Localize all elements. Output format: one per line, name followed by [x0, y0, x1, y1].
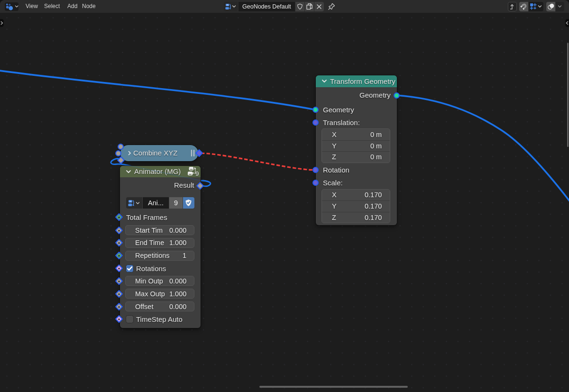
output-row-result: Result: [120, 181, 201, 190]
output-geometry-label: Geometry: [359, 91, 391, 99]
field-label: Z: [332, 153, 336, 161]
scale-y-field[interactable]: Y 0.170: [322, 201, 390, 212]
socket-input-rotation[interactable]: [312, 167, 319, 173]
field-label: Z: [332, 214, 336, 221]
parent-tree-button[interactable]: [508, 2, 517, 11]
overlays-toggle-button[interactable]: [546, 2, 555, 11]
output-row-geometry: Geometry: [316, 91, 397, 100]
sidebar-toggle-tab[interactable]: [565, 19, 569, 27]
fake-user-shield-button[interactable]: [183, 197, 194, 209]
close-icon: [316, 4, 322, 9]
socket-input-geometry[interactable]: [312, 107, 319, 113]
snap-mode-dropdown[interactable]: [529, 2, 543, 11]
timestep-auto-checkbox[interactable]: [126, 315, 134, 323]
collapse-chevron-icon[interactable]: [125, 168, 132, 175]
menu-view[interactable]: View: [21, 0, 42, 13]
field-value: 0 m: [370, 131, 382, 138]
node-group-users-button[interactable]: 9: [169, 197, 183, 209]
chevron-down-icon: [15, 4, 18, 9]
pin-button[interactable]: [327, 1, 336, 11]
blender-node-editor: Transform Geometry Geometry Geometry Tra…: [0, 0, 569, 392]
field-value: 1.000: [169, 290, 186, 298]
chevron-right-icon: [0, 20, 4, 26]
geometry-nodes-editor-icon: [5, 2, 15, 11]
rotations-label: Rotations: [136, 264, 166, 273]
chevron-down-icon: [538, 4, 542, 9]
node-transform-header[interactable]: Transform Geometry: [316, 75, 397, 87]
editor-type-button[interactable]: [5, 2, 18, 11]
field-label: Max Outp: [135, 290, 165, 298]
scale-x-field[interactable]: X 0.170: [322, 190, 390, 201]
snap-grid-icon: [530, 3, 537, 10]
offset-field[interactable]: Offset 0.000: [125, 301, 194, 311]
check-icon: [126, 265, 133, 272]
nodetree-icon: [225, 3, 232, 10]
fake-user-button[interactable]: [295, 2, 304, 11]
node-group-browse-button[interactable]: [126, 197, 142, 209]
input-translation-label: Translation:: [323, 119, 360, 127]
magnet-icon: [520, 2, 528, 10]
horizontal-scrollbar[interactable]: [259, 386, 408, 388]
chevron-down-icon: [558, 4, 562, 9]
field-value: 0.000: [169, 277, 186, 285]
field-value: 1: [183, 252, 186, 259]
field-label: Start Tim: [135, 227, 163, 234]
translation-x-field[interactable]: X 0 m: [322, 129, 390, 140]
vertical-scrollbar[interactable]: [567, 43, 569, 147]
field-label: Repetitions: [135, 252, 170, 259]
field-value: 0.170: [365, 202, 382, 210]
node-transform-geometry[interactable]: Transform Geometry Geometry Geometry Tra…: [316, 75, 397, 225]
rotations-checkbox[interactable]: [126, 264, 134, 273]
field-value: 0 m: [370, 153, 382, 161]
output-result-label: Result: [174, 181, 194, 189]
start-time-field[interactable]: Start Tim 0.000: [125, 225, 194, 235]
snap-toggle-button[interactable]: [519, 2, 529, 11]
node-combine-xyz[interactable]: Combine XYZ: [120, 145, 198, 161]
field-label: Offset: [135, 303, 153, 310]
repetitions-field[interactable]: Repetitions 1: [125, 251, 194, 261]
translation-y-field[interactable]: Y 0 m: [322, 140, 390, 152]
chevron-left-icon: [565, 20, 569, 26]
scale-vector-fields: X 0.170 Y 0.170 Z 0.170: [321, 189, 390, 224]
node-animator-header[interactable]: Animator (MG) 9: [120, 166, 201, 177]
pin-icon: [328, 2, 336, 10]
field-label: X: [332, 131, 337, 138]
socket-output-geometry[interactable]: [394, 92, 400, 99]
field-value: 0.000: [169, 303, 186, 310]
node-group-name-field[interactable]: Ani...: [143, 197, 169, 209]
menu-select[interactable]: Select: [40, 0, 64, 13]
input-row-translation: Translation:: [316, 119, 397, 127]
max-output-field[interactable]: Max Outp 1.000: [125, 289, 194, 299]
wire-rotation-red: [201, 153, 314, 170]
collapse-chevron-icon[interactable]: [321, 78, 328, 84]
input-row-total-frames: Total Frames: [120, 213, 201, 222]
socket-input-scale[interactable]: [312, 180, 319, 186]
input-scale-label: Scale:: [323, 179, 343, 187]
translation-z-field[interactable]: Z 0 m: [322, 151, 390, 163]
chevron-down-icon: [136, 201, 140, 205]
translation-vector-fields: X 0 m Y 0 m Z 0 m: [321, 128, 390, 163]
min-output-field[interactable]: Min Outp 0.000: [125, 276, 194, 286]
socket-input-y[interactable]: [115, 150, 121, 156]
node-links-layer: [0, 13, 569, 392]
input-row-rotation: Rotation: [316, 166, 397, 174]
node-combine-header[interactable]: Combine XYZ: [120, 145, 198, 161]
node-animator-group[interactable]: Animator (MG) 9 Result: [120, 166, 201, 328]
overlays-dropdown[interactable]: [556, 2, 565, 11]
scale-z-field[interactable]: Z 0.170: [322, 212, 390, 223]
editor-header: View Select Add Node GeoNodes Default: [0, 0, 569, 13]
node-title: Animator (MG): [134, 167, 181, 175]
wire-input-geometry: [0, 71, 315, 110]
expand-chevron-icon[interactable]: [126, 150, 133, 156]
unlink-button[interactable]: [314, 2, 324, 11]
end-time-field[interactable]: End Time 1.000: [125, 238, 194, 248]
tree-name-field[interactable]: GeoNodes Default: [239, 2, 295, 11]
field-value: 0.000: [169, 227, 186, 234]
toolbar-toggle-tab[interactable]: [0, 19, 4, 27]
tree-browse-button[interactable]: [224, 2, 238, 11]
menu-node[interactable]: Node: [78, 0, 100, 13]
field-value: 1.000: [169, 239, 186, 246]
copy-icon-button[interactable]: [305, 2, 314, 11]
wire-output-geometry: [397, 95, 569, 205]
socket-input-translation[interactable]: [312, 119, 319, 126]
